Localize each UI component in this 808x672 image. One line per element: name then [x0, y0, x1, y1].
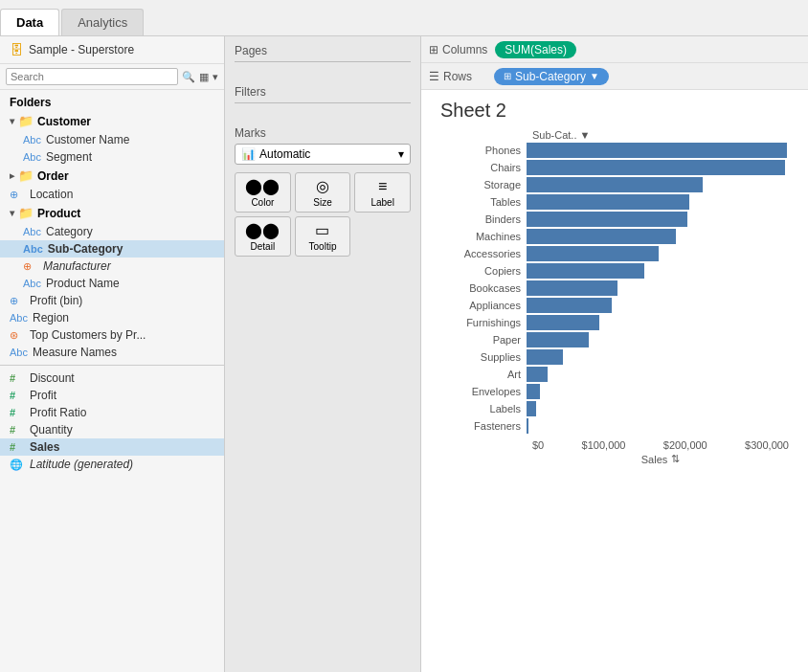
bar[interactable] [527, 177, 703, 192]
field-measure-names[interactable]: Abc Measure Names [0, 344, 224, 361]
color-button[interactable]: ⬤⬤ Color [235, 172, 291, 213]
folder-icon: 📁 [18, 114, 34, 128]
marks-type-select[interactable]: 📊 Automatic ▾ [235, 144, 411, 165]
bar[interactable] [527, 280, 617, 296]
bar[interactable] [527, 263, 644, 279]
tab-data[interactable]: Data [0, 9, 59, 35]
field-label: Product Name [46, 277, 120, 290]
bar-label: Fasteners [440, 420, 527, 432]
hash-icon: # [10, 407, 25, 418]
field-product-name[interactable]: Abc Product Name [0, 275, 224, 292]
field-customer-name[interactable]: Abc Customer Name [0, 131, 224, 148]
field-category[interactable]: Abc Category [0, 223, 224, 240]
bar-wrap[interactable] [527, 177, 789, 192]
columns-label: ⊞ Columns [429, 43, 487, 56]
bar-wrap[interactable] [527, 194, 789, 210]
bar-wrap[interactable] [527, 160, 789, 175]
rows-pill[interactable]: ⊞ Sub-Category ▼ [494, 68, 609, 85]
field-profit-bin[interactable]: ⊕ Profit (bin) [0, 292, 224, 309]
bar-wrap[interactable] [527, 246, 789, 261]
field-profit[interactable]: # Profit [0, 387, 224, 404]
field-top-customers[interactable]: ⊛ Top Customers by Pr... [0, 326, 224, 344]
bar-wrap[interactable] [527, 212, 789, 227]
bar[interactable] [527, 298, 612, 313]
field-sales[interactable]: # Sales [0, 438, 224, 456]
chevron-down-icon: ▾ [10, 208, 14, 218]
bar-wrap[interactable] [527, 263, 789, 279]
bar[interactable] [527, 229, 676, 244]
bar-wrap[interactable] [527, 418, 789, 434]
bar[interactable] [527, 212, 687, 227]
field-manufacturer[interactable]: ⊕ Manufacturer [0, 258, 224, 275]
bar[interactable] [527, 418, 528, 434]
table-row: Phones [440, 143, 789, 158]
grid-icon[interactable]: ▦ [199, 71, 209, 83]
bar[interactable] [527, 384, 540, 399]
field-label: Manufacturer [43, 259, 111, 273]
search-icon[interactable]: 🔍 [182, 71, 195, 83]
rows-pill-sort-icon: ▼ [590, 71, 599, 81]
field-location[interactable]: ⊕ Location [0, 186, 224, 203]
bar-wrap[interactable] [527, 384, 789, 399]
tab-bar: Data Analytics [0, 0, 808, 36]
bar-wrap[interactable] [527, 315, 789, 330]
columns-pill[interactable]: SUM(Sales) [495, 41, 576, 58]
bar-label: Appliances [440, 300, 527, 311]
bar-wrap[interactable] [527, 143, 789, 158]
search-input[interactable] [6, 68, 178, 85]
label-button[interactable]: ≡ Label [354, 172, 411, 213]
group-customer: ▾ 📁 Customer Abc Customer Name Abc Segme… [0, 111, 224, 166]
size-button[interactable]: ◎ Size [295, 172, 351, 213]
bar-wrap[interactable] [527, 332, 789, 347]
bar[interactable] [527, 160, 785, 175]
bar-chart-icon: 📊 [241, 147, 256, 161]
dropdown-icon[interactable]: ▾ [213, 71, 218, 83]
field-region[interactable]: Abc Region [0, 309, 224, 326]
rows-shelf: ☰ Rows ⊞ Sub-Category ▼ [421, 63, 808, 90]
field-sub-category[interactable]: Abc Sub-Category [0, 240, 224, 258]
tab-analytics[interactable]: Analytics [61, 9, 144, 35]
search-row: 🔍 ▦ ▾ [0, 64, 224, 90]
abc-icon: Abc [10, 312, 28, 324]
group-order-header[interactable]: ▸ 📁 Order [0, 166, 224, 186]
bar[interactable] [527, 349, 563, 365]
bar-wrap[interactable] [527, 229, 789, 244]
field-quantity[interactable]: # Quantity [0, 421, 224, 438]
columns-shelf: ⊞ Columns SUM(Sales) [421, 36, 808, 63]
field-label: Location [30, 188, 73, 201]
group-product-label: Product [37, 207, 80, 220]
bar-label: Furnishings [440, 317, 527, 328]
bar-wrap[interactable] [527, 298, 789, 313]
field-segment[interactable]: Abc Segment [0, 148, 224, 166]
sort-icon[interactable]: ⇅ [671, 453, 680, 465]
abc-icon: Abc [23, 226, 41, 237]
chart-area: Sheet 2 Sub-Cat.. ▼ PhonesChairsStorageT… [421, 90, 808, 672]
x-axis: $0$100,000$200,000$300,000 [440, 436, 789, 451]
bar[interactable] [527, 332, 589, 347]
field-latitude[interactable]: 🌐 Latitude (generated) [0, 456, 224, 473]
bar[interactable] [527, 367, 548, 382]
pages-label: Pages [235, 44, 411, 57]
bar-wrap[interactable] [527, 401, 789, 416]
detail-button[interactable]: ⬤⬤ Detail [235, 216, 291, 257]
bar-wrap[interactable] [527, 280, 789, 296]
bar-wrap[interactable] [527, 349, 789, 365]
tooltip-button[interactable]: ▭ Tooltip [295, 216, 351, 257]
detail-icon: ⬤⬤ [245, 221, 280, 239]
field-discount[interactable]: # Discount [0, 370, 224, 387]
bar[interactable] [527, 143, 787, 158]
field-label: Category [46, 225, 93, 238]
bar[interactable] [527, 401, 536, 416]
bar[interactable] [527, 315, 599, 330]
field-profit-ratio[interactable]: # Profit Ratio [0, 404, 224, 421]
abc-icon: Abc [23, 151, 41, 163]
group-customer-header[interactable]: ▾ 📁 Customer [0, 111, 224, 131]
bar[interactable] [527, 246, 659, 261]
table-row: Labels [440, 401, 789, 416]
data-source-row[interactable]: 🗄 Sample - Superstore [0, 36, 224, 64]
size-icon: ◎ [316, 177, 329, 195]
group-product-header[interactable]: ▾ 📁 Product [0, 203, 224, 223]
bar[interactable] [527, 194, 689, 210]
field-label: Profit (bin) [30, 294, 82, 307]
bar-wrap[interactable] [527, 367, 789, 382]
